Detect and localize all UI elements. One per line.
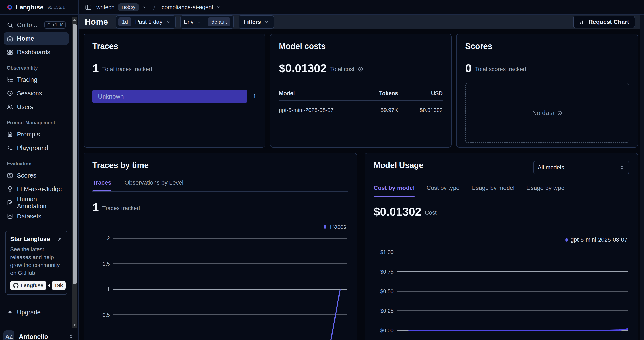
brand-area: Langfuse v3.135.1	[0, 0, 79, 15]
sidebar-nav: Go to... Ctrl K Home Dashboards Observab…	[0, 15, 78, 328]
col-tokens: Tokens	[349, 90, 398, 97]
search-icon	[7, 22, 13, 28]
file-prompt-icon	[7, 131, 13, 137]
scores-total: 0	[465, 62, 472, 75]
date-range-picker[interactable]: 1d Past 1 day	[116, 15, 176, 29]
sidebar-item-prompts[interactable]: Prompts	[4, 128, 69, 140]
traces-bar-label: Unknown	[98, 93, 124, 100]
plan-badge: Hobby	[118, 3, 140, 12]
no-data-label: No data	[532, 109, 554, 116]
svg-text:2: 2	[107, 236, 110, 241]
traces-tracked-label: Traces tracked	[102, 205, 140, 212]
sidebar-item-tracing[interactable]: Tracing	[4, 73, 69, 86]
sidebar-item-label: LLM-as-a-Judge	[17, 186, 62, 193]
table-header: Model Tokens USD	[279, 90, 443, 101]
users-icon	[7, 104, 13, 110]
github-badge[interactable]: Langfuse	[10, 281, 46, 290]
github-badge-label: Langfuse	[20, 282, 43, 288]
tab-cost-by-type[interactable]: Cost by type	[426, 185, 460, 191]
project-breadcrumb[interactable]: compliance-ai-agent	[162, 4, 221, 11]
traces-bar-row[interactable]: Unknown 1	[92, 90, 256, 103]
github-star-widget[interactable]: Langfuse 19k	[10, 281, 62, 290]
table-row[interactable]: gpt-5-mini-2025-08-07 59.97K $0.01302	[279, 101, 443, 113]
sidebar-item-dashboards[interactable]: Dashboards	[4, 46, 69, 58]
card-title: Traces by time	[92, 161, 348, 170]
page-scrollbar[interactable]	[640, 15, 644, 340]
divider	[204, 18, 205, 26]
info-icon[interactable]	[358, 66, 363, 72]
dashboards-icon	[7, 49, 13, 55]
tab-traces[interactable]: Traces	[92, 179, 112, 186]
svg-text:0.5: 0.5	[102, 312, 110, 318]
col-model: Model	[279, 90, 349, 97]
panel-left-toggle-icon[interactable]	[85, 4, 92, 11]
traces-by-time-card: Traces by time Traces Observations by Le…	[84, 153, 357, 340]
brand-name: Langfuse	[16, 4, 44, 11]
breadcrumb-bar: writech Hobby compliance-ai-agent	[79, 0, 644, 15]
traces-bar[interactable]: Unknown	[92, 90, 247, 103]
env-label: Env	[184, 19, 194, 25]
project-name[interactable]: compliance-ai-agent	[162, 4, 213, 11]
sidebar-scrollbar[interactable]	[72, 17, 78, 328]
sidebar-item-home[interactable]: Home	[4, 32, 69, 45]
tab-usage-by-model[interactable]: Usage by model	[472, 185, 514, 191]
model-select[interactable]: All models	[534, 161, 629, 174]
svg-text:$0.50: $0.50	[380, 288, 394, 294]
chevrons-up-down-icon[interactable]	[68, 333, 74, 339]
card-title: Model costs	[279, 42, 443, 51]
database-icon	[7, 213, 13, 220]
cost-value: $0.01302	[374, 205, 422, 218]
tab-observations-by-level[interactable]: Observations by Level	[124, 179, 184, 186]
sidebar-item-scores[interactable]: Scores	[4, 169, 69, 182]
sidebar-item-label: Playground	[17, 144, 48, 151]
filters-button[interactable]: Filters	[238, 15, 274, 29]
chevrons-up-down-icon	[619, 165, 625, 170]
org-name[interactable]: writech	[96, 4, 114, 11]
star-card-title: Star Langfuse	[10, 236, 50, 243]
scroll-down-arrow-icon[interactable]	[73, 324, 76, 326]
sidebar-item-playground[interactable]: Playground	[4, 142, 69, 154]
scores-card: Scores 0 Total scores tracked No data	[456, 34, 638, 147]
close-icon[interactable]	[57, 237, 62, 242]
env-filter[interactable]: Env default	[180, 15, 234, 29]
chevron-down-icon[interactable]	[142, 5, 147, 10]
sidebar-item-human-annotation[interactable]: Human Annotation	[4, 197, 69, 209]
sidebar: Go to... Ctrl K Home Dashboards Observab…	[0, 15, 79, 340]
legend-label: gpt-5-mini-2025-08-07	[571, 237, 628, 243]
tab-cost-by-model[interactable]: Cost by model	[374, 185, 414, 191]
env-value-chip: default	[208, 18, 230, 26]
traces-card: Traces 1 Total traces tracked Unknown 1	[84, 34, 265, 147]
org-breadcrumb[interactable]: writech Hobby	[96, 3, 147, 12]
sidebar-item-llm-as-a-judge[interactable]: LLM-as-a-Judge	[4, 183, 69, 195]
scrollbar-thumb[interactable]	[72, 24, 77, 284]
chevron-down-icon	[264, 19, 269, 25]
clock-icon	[7, 90, 13, 96]
user-menu[interactable]: AZ Antonello Zanini	[0, 328, 78, 340]
request-chart-button[interactable]: Request Chart	[573, 16, 635, 28]
chevron-down-icon[interactable]	[216, 5, 221, 10]
github-icon	[13, 283, 19, 288]
sidebar-item-label: Users	[17, 103, 33, 110]
model-usage-chart: $1.00$0.75$0.50$0.25$0.00	[374, 250, 629, 339]
card-title: Traces	[92, 42, 256, 51]
total-cost-value: $0.01302	[279, 62, 327, 75]
sidebar-item-sessions[interactable]: Sessions	[4, 87, 69, 99]
scroll-up-arrow-icon[interactable]	[73, 19, 76, 21]
line-chart-svg: $1.00$0.75$0.50$0.25$0.00	[374, 250, 629, 339]
tab-usage-by-type[interactable]: Usage by type	[526, 185, 564, 191]
star-card-body: See the latest releases and help grow th…	[10, 245, 62, 277]
section-evaluation: Evaluation	[7, 161, 66, 167]
info-icon[interactable]	[557, 110, 562, 116]
svg-text:$1.00: $1.00	[380, 250, 394, 255]
sidebar-item-label: Upgrade	[17, 309, 40, 316]
sidebar-item-label: Dashboards	[17, 49, 50, 56]
goto-shortcut: Ctrl K	[44, 21, 66, 29]
github-star-count[interactable]: 19k	[52, 281, 66, 290]
goto-search[interactable]: Go to... Ctrl K	[4, 19, 69, 31]
sidebar-item-upgrade[interactable]: Upgrade	[4, 306, 69, 319]
traces-total: 1	[92, 62, 99, 75]
sidebar-item-users[interactable]: Users	[4, 101, 69, 113]
sidebar-item-datasets[interactable]: Datasets	[4, 210, 69, 223]
no-data-box: No data	[465, 83, 629, 143]
request-chart-label: Request Chart	[588, 19, 629, 25]
